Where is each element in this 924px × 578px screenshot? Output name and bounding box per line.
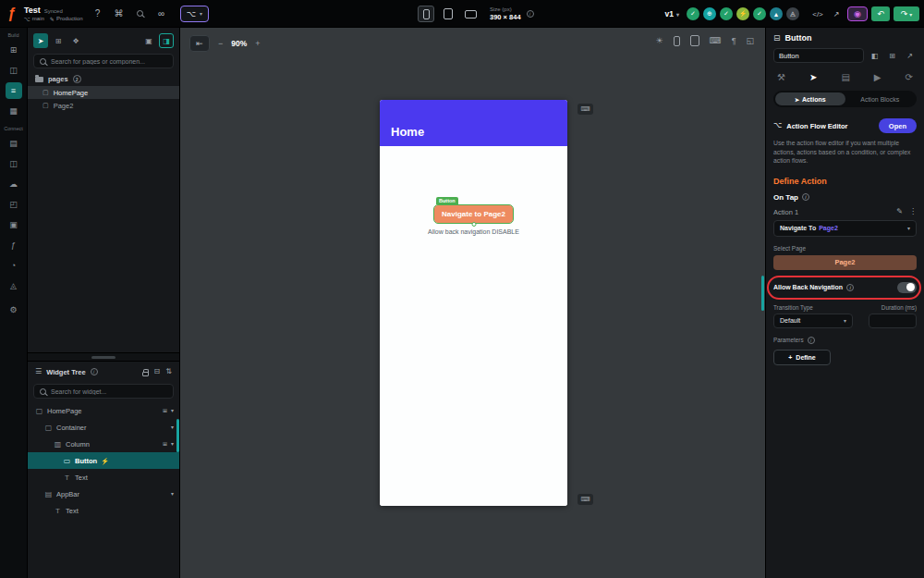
rail-analytics-icon[interactable]: ◔: [6, 257, 22, 274]
pages-search[interactable]: [33, 54, 174, 68]
pages-folder-row[interactable]: pages 2: [28, 72, 179, 86]
rail-storage-icon[interactable]: ◰: [6, 196, 22, 213]
tree-item-text[interactable]: T Text: [28, 469, 179, 486]
tab-animation-icon[interactable]: ⟳: [906, 72, 913, 82]
more-options-icon[interactable]: ⋮: [909, 208, 917, 215]
rail-database-icon[interactable]: ▤: [6, 135, 22, 152]
keyboard-icon[interactable]: ⌨: [710, 37, 722, 45]
link-icon[interactable]: ∞: [155, 7, 168, 20]
redo-button[interactable]: ↷▾: [894, 6, 919, 21]
expand-icon[interactable]: ↗: [903, 49, 917, 63]
frame-crop-icon[interactable]: ◱: [746, 37, 754, 45]
copy-style-icon[interactable]: ⊞: [885, 49, 899, 63]
status-check2-icon[interactable]: ✓: [720, 7, 733, 20]
copy-icon[interactable]: ⊞: [163, 408, 167, 413]
extensions-icon[interactable]: ◬: [786, 7, 799, 20]
settings-gear-icon[interactable]: ⚙: [6, 301, 22, 318]
tab-properties-icon[interactable]: ⚒: [777, 72, 785, 82]
rail-media-icon[interactable]: ▣: [6, 216, 22, 233]
tab-list-icon[interactable]: ▤: [841, 72, 849, 82]
keyboard-toggle-bottom[interactable]: ⌨: [578, 494, 593, 505]
duration-input[interactable]: [869, 314, 917, 328]
preview-eye-button[interactable]: ◉: [847, 6, 868, 21]
status-check3-icon[interactable]: ✓: [753, 7, 766, 20]
command-palette-icon[interactable]: ⌘: [113, 7, 126, 20]
device-desktop-button[interactable]: [462, 6, 479, 22]
rail-widget-palette-icon[interactable]: ▦: [6, 103, 22, 119]
allow-back-info-icon[interactable]: i: [846, 284, 854, 291]
lock-icon[interactable]: [142, 372, 149, 376]
components-grid-icon[interactable]: ⊞: [51, 33, 66, 48]
action-type-dropdown[interactable]: Navigate To Page2 ▾: [773, 220, 917, 237]
board-icon[interactable]: ⊟: [154, 368, 161, 375]
open-flow-editor-button[interactable]: Open: [879, 118, 917, 133]
project-info[interactable]: Test Synced ⌥ main ✎ Production: [24, 6, 83, 22]
widget-tree-info-icon[interactable]: i: [91, 368, 98, 375]
flutterflow-logo-icon[interactable]: ƒ: [7, 6, 16, 22]
selected-page-button[interactable]: Page2: [773, 255, 917, 270]
status-check-icon[interactable]: ✓: [687, 7, 699, 20]
phone-frame-icon[interactable]: [674, 36, 680, 46]
tab-run-icon[interactable]: ▶: [874, 72, 881, 82]
resize-handle[interactable]: [471, 222, 476, 227]
theme-toggle-icon[interactable]: ☀: [656, 37, 663, 45]
tab-actions[interactable]: ➤ Actions: [775, 92, 845, 105]
keyboard-toggle-top[interactable]: ⌨: [578, 104, 593, 115]
parameters-info-icon[interactable]: i: [808, 337, 815, 344]
device-phone-button[interactable]: [418, 6, 434, 22]
sort-icon[interactable]: ⇅: [165, 368, 172, 375]
rail-ui-builder-icon[interactable]: ≡: [6, 82, 22, 99]
allow-back-toggle[interactable]: [897, 282, 917, 293]
copy-icon[interactable]: ⊞: [163, 441, 167, 447]
tab-action-blocks[interactable]: Action Blocks: [845, 92, 916, 105]
design-canvas[interactable]: ⇤ − 90% + ☀ ⌨ ¶ ◱ Home Button Navigate t…: [180, 28, 765, 578]
on-tap-info-icon[interactable]: i: [802, 193, 809, 201]
help-icon[interactable]: ?: [91, 7, 104, 20]
widget-name-input[interactable]: [773, 48, 864, 63]
preview-body[interactable]: Button Navigate to Page2 Allow back navi…: [380, 146, 567, 506]
tree-item-appbar[interactable]: ▤ AppBar ▾: [28, 486, 179, 502]
rail-storyboard-icon[interactable]: ◫: [6, 62, 22, 79]
select-mode-icon[interactable]: ➤: [33, 33, 48, 48]
page-list-item-homepage[interactable]: ▢ HomePage: [28, 86, 179, 99]
widget-search[interactable]: [33, 384, 174, 399]
undo-button[interactable]: ↶: [871, 6, 890, 21]
tree-scrollbar[interactable]: [176, 419, 179, 452]
collapse-panel-button[interactable]: ⇤: [189, 35, 210, 52]
widget-search-input[interactable]: [51, 388, 167, 395]
code-view-icon[interactable]: </>: [810, 6, 825, 21]
add-page-icon[interactable]: ▣: [141, 33, 156, 48]
page-list-item-page2[interactable]: ▢ Page2: [28, 99, 179, 112]
version-dropdown[interactable]: v1 ▾: [665, 9, 679, 18]
status-bolt-icon[interactable]: ⚡: [736, 7, 749, 20]
zoom-in-button[interactable]: +: [255, 40, 260, 48]
tree-item-container[interactable]: ▢ Container ▾: [28, 419, 179, 436]
rail-api-icon[interactable]: ☁: [6, 176, 22, 192]
branch-name[interactable]: main: [32, 16, 44, 21]
preview-navigate-button[interactable]: Button Navigate to Page2: [434, 205, 513, 223]
palette-icon[interactable]: ◧: [868, 49, 881, 63]
tablet-frame-icon[interactable]: [690, 35, 699, 46]
search-icon[interactable]: [134, 7, 147, 20]
canvas-scrollbar[interactable]: [761, 276, 764, 311]
tree-item-homepage[interactable]: ▢ HomePage ⊞▾: [28, 402, 179, 419]
chevron-down-icon[interactable]: ▾: [171, 441, 174, 447]
tree-item-button-selected[interactable]: ▭ Button ⚡: [28, 452, 179, 469]
deploy-rocket-icon[interactable]: ▲: [770, 7, 783, 20]
rail-dashboard-icon[interactable]: ⊞: [6, 42, 22, 58]
flow-mode-dropdown[interactable]: ⌥ ▾: [180, 6, 209, 22]
share-icon[interactable]: ↗: [829, 6, 844, 21]
tree-menu-icon[interactable]: ☰: [35, 368, 42, 375]
splitter-handle[interactable]: [91, 356, 116, 359]
rail-data-types-icon[interactable]: ◫: [6, 155, 22, 172]
chevron-down-icon[interactable]: ▾: [171, 408, 174, 413]
edit-action-icon[interactable]: ✎: [896, 208, 903, 215]
phone-preview[interactable]: Home Button Navigate to Page2 Allow back…: [380, 100, 567, 506]
tags-icon[interactable]: ❖: [68, 33, 83, 48]
tab-actions-icon[interactable]: ➤: [809, 72, 817, 82]
chevron-down-icon[interactable]: ▾: [171, 491, 174, 497]
size-info-icon[interactable]: i: [527, 10, 534, 18]
chevron-down-icon[interactable]: ▾: [171, 424, 174, 430]
environment-name[interactable]: Production: [56, 16, 83, 21]
transition-type-select[interactable]: Default ▾: [773, 314, 853, 328]
